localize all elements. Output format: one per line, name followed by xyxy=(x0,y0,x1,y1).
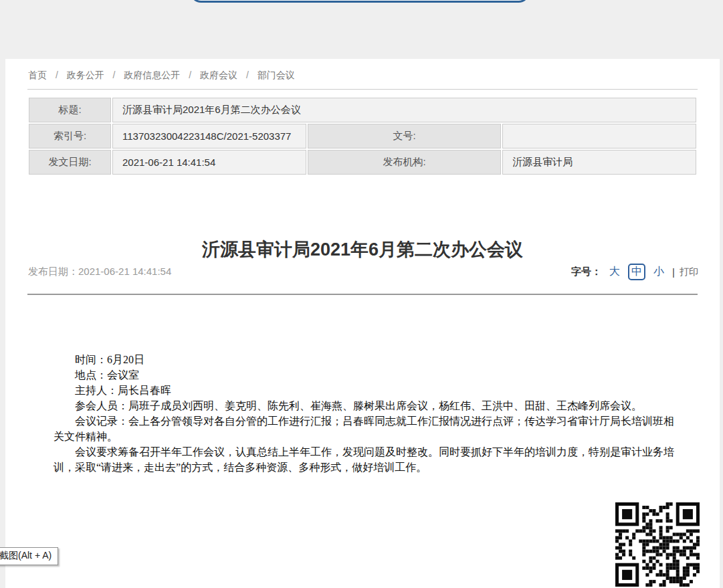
print-divider: | xyxy=(672,266,675,278)
meta-value-index-number: 11370323004223148C/2021-5203377 xyxy=(112,124,306,149)
meta-value-publisher: 沂源县审计局 xyxy=(502,150,696,175)
font-size-medium-button[interactable]: 中 xyxy=(628,264,645,280)
article-paragraph: 地点：会议室 xyxy=(54,367,674,383)
publish-date-value: 2021-06-21 14:41:54 xyxy=(78,266,171,277)
font-size-control: 字号： 大 中 小 | 打印 xyxy=(571,264,698,280)
breadcrumb-separator: / xyxy=(113,70,116,80)
print-button[interactable]: 打印 xyxy=(680,266,698,278)
publish-date-label: 发布日期： xyxy=(28,266,78,277)
qr-code-image xyxy=(614,501,701,588)
font-size-label: 字号： xyxy=(571,266,601,278)
article-paragraph: 会议记录：会上各分管领导对各自分管的工作进行汇报；吕春晖同志就工作汇报情况进行点… xyxy=(54,413,674,444)
search-box-partial[interactable] xyxy=(190,0,530,3)
breadcrumb-divider xyxy=(27,89,698,90)
breadcrumb-separator: / xyxy=(246,70,249,80)
breadcrumb: 首页 / 政务公开 / 政府信息公开 / 政府会议 / 部门会议 xyxy=(28,70,295,82)
breadcrumb-item-home[interactable]: 首页 xyxy=(28,70,47,80)
meta-row-title: 标题: 沂源县审计局2021年6月第二次办公会议 xyxy=(29,98,696,122)
publish-date: 发布日期：2021-06-21 14:41:54 xyxy=(28,266,171,278)
page-title: 沂源县审计局2021年6月第二次办公会议 xyxy=(5,237,720,262)
font-size-large-button[interactable]: 大 xyxy=(607,264,623,280)
meta-label-doc-number: 文号: xyxy=(308,124,502,149)
article-paragraph: 时间：6月20日 xyxy=(54,352,674,367)
article-body: 时间：6月20日 地点：会议室 主持人：局长吕春晖 参会人员：局班子成员刘西明、… xyxy=(54,352,674,475)
meta-value-doc-number xyxy=(502,124,696,149)
breadcrumb-item-government-meetings[interactable]: 政府会议 xyxy=(200,70,237,80)
meta-row-date: 发文日期: 2021-06-21 14:41:54 发布机构: 沂源县审计局 xyxy=(29,150,696,175)
meta-label-title: 标题: xyxy=(29,98,111,122)
meta-value-issue-date: 2021-06-21 14:41:54 xyxy=(112,150,306,175)
breadcrumb-item-department-meetings[interactable]: 部门会议 xyxy=(257,70,295,80)
article-paragraph: 主持人：局长吕春晖 xyxy=(54,383,674,398)
article-meta-row: 发布日期：2021-06-21 14:41:54 字号： 大 中 小 | 打印 xyxy=(28,264,698,280)
breadcrumb-item-open-government[interactable]: 政务公开 xyxy=(67,70,104,80)
breadcrumb-item-government-info[interactable]: 政府信息公开 xyxy=(124,70,180,80)
meta-label-index-number: 索引号: xyxy=(29,124,111,149)
meta-value-title: 沂源县审计局2021年6月第二次办公会议 xyxy=(112,98,696,122)
breadcrumb-separator: / xyxy=(56,70,58,80)
meta-label-issue-date: 发文日期: xyxy=(29,150,111,175)
meta-label-publisher: 发布机构: xyxy=(308,150,502,175)
breadcrumb-separator: / xyxy=(189,70,191,80)
screenshot-tooltip: 截图(Alt + A) xyxy=(0,547,58,565)
meta-row-index: 索引号: 11370323004223148C/2021-5203377 文号: xyxy=(29,124,696,149)
article-paragraph: 会议要求筹备召开半年工作会议，认真总结上半年工作，发现问题及时整改。同时要抓好下… xyxy=(54,444,674,475)
title-divider xyxy=(27,294,698,295)
content-panel: 首页 / 政务公开 / 政府信息公开 / 政府会议 / 部门会议 标题: 沂源县… xyxy=(5,59,720,588)
font-size-small-button[interactable]: 小 xyxy=(651,264,667,280)
document-meta-table: 标题: 沂源县审计局2021年6月第二次办公会议 索引号: 1137032300… xyxy=(27,96,698,176)
article-paragraph: 参会人员：局班子成员刘西明、姜克明、陈先利、崔海燕、滕树果出席会议，杨红伟、王洪… xyxy=(54,398,674,413)
